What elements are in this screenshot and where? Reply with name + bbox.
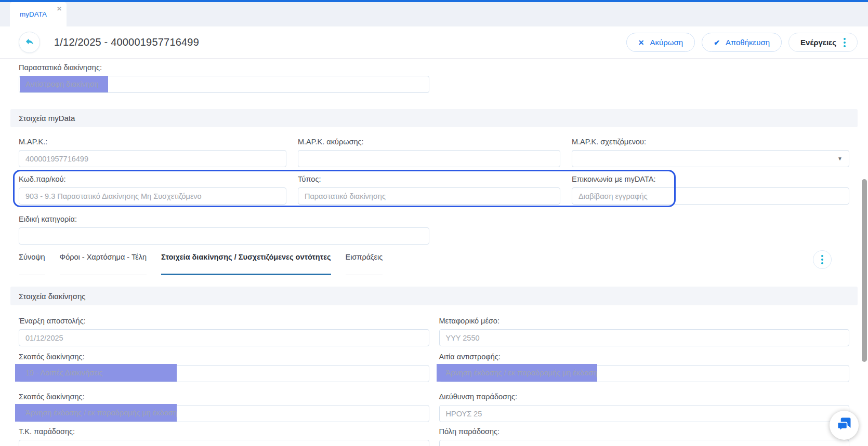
chat-icon (836, 416, 852, 434)
mark-related-dropdown[interactable]: ▼ (572, 150, 849, 167)
page-title: 1/12/2025 - 400001957716499 (54, 36, 199, 48)
transport-vehicle-input[interactable]: ΥΥΥ 2550 (439, 329, 850, 346)
cancel-x-icon: ✕ (638, 39, 645, 46)
transport-doc-row: Παραστατικό διακίνησης: Αντίστροφη διακί… (10, 63, 858, 93)
transport-doc-selected-value: Αντίστροφη διακίνηση (20, 76, 108, 92)
special-category-label: Ειδική κατηγορία: (19, 215, 849, 224)
movement-purpose-1-label: Σκοπός διακίνησης: (19, 353, 429, 361)
movement-row-4: Τ.Κ. παράδοσης: 11527 Πόλη παράδοσης: ΑΘ… (10, 427, 858, 446)
mark-related-field: Μ.ΑΡ.Κ. σχετιζόμενου: ▼ (572, 138, 849, 167)
tab-taxes-stamps-fees[interactable]: Φόροι - Χαρτόσημα - Τέλη (60, 250, 147, 275)
kebab-icon (844, 38, 846, 47)
tab-mydata-label: myDATA (20, 10, 47, 18)
special-category-row: Ειδική κατηγορία: (10, 215, 858, 245)
delivery-city-input[interactable]: ΑΘΗΝΑ (439, 440, 850, 446)
back-icon (24, 36, 35, 49)
movement-purpose-2-field: Σκοπός διακίνησης: Άρνηση έκδοσης / εκ π… (19, 393, 429, 422)
mark-field: Μ.ΑΡ.Κ.: 400001957716499 (19, 138, 286, 167)
delivery-postal-code-field: Τ.Κ. παράδοσης: 11527 (19, 427, 429, 446)
shipping-start-input[interactable]: 01/12/2025 (19, 329, 429, 346)
shipping-start-label: Έναρξη αποστολής: (19, 317, 429, 326)
reversal-reason-label: Αιτία αντιστροφής: (439, 353, 850, 361)
mark-label: Μ.ΑΡ.Κ.: (19, 138, 286, 146)
delivery-address-input[interactable]: ΗΡΟΥΣ 25 (439, 405, 850, 422)
delivery-address-field: Διεύθυνση παράδοσης: ΗΡΟΥΣ 25 (439, 393, 850, 422)
shipping-start-value: 01/12/2025 (25, 334, 63, 342)
mark-value: 400001957716499 (25, 155, 88, 163)
actions-button-label: Ενέργειες (800, 38, 836, 47)
close-icon[interactable]: ✕ (57, 6, 62, 12)
transport-vehicle-label: Μεταφορικό μέσο: (439, 317, 850, 326)
actions-button[interactable]: Ενέργειες (788, 33, 858, 52)
mark-cancellation-input[interactable] (298, 150, 560, 167)
movement-purpose-2-input[interactable]: Άρνηση έκδοσης / εκ παραδρομής μη έκδοση (19, 405, 429, 422)
mark-input[interactable]: 400001957716499 (19, 150, 286, 167)
mark-cancellation-field: Μ.ΑΡ.Κ. ακύρωσης: (298, 138, 560, 167)
mark-cancellation-label: Μ.ΑΡ.Κ. ακύρωσης: (298, 138, 560, 146)
page-header: 1/12/2025 - 400001957716499 ✕ Ακύρωση ✔ … (0, 26, 868, 59)
transport-doc-label: Παραστατικό διακίνησης: (19, 63, 849, 72)
movement-purpose-1-selected-value: 19 - Λοιπές Διακινήσεις (15, 364, 177, 382)
doc-type-field: Τύπος: Παραστατικό διακίνησης (298, 175, 560, 205)
cancel-button[interactable]: ✕ Ακύρωση (626, 33, 695, 52)
doc-type-label: Τύπος: (298, 175, 560, 184)
chevron-down-icon[interactable]: ▼ (837, 156, 843, 161)
delivery-address-label: Διεύθυνση παράδοσης: (439, 393, 850, 401)
doc-code-input[interactable]: 903 - 9.3 Παραστατικό Διακίνησης Μη Συσχ… (19, 187, 286, 205)
transport-vehicle-field: Μεταφορικό μέσο: ΥΥΥ 2550 (439, 317, 850, 346)
tab-mydata[interactable]: myDATA ✕ (10, 2, 67, 26)
movement-row-1: Έναρξη αποστολής: 01/12/2025 Μεταφορικό … (10, 317, 858, 346)
doc-code-field: Κωδ.παρ/κού: 903 - 9.3 Παραστατικό Διακί… (19, 175, 286, 205)
save-button-label: Αποθήκευση (726, 38, 770, 47)
movement-section-title: Στοιχεία διακίνησης (19, 292, 86, 301)
movement-row-3: Σκοπός διακίνησης: Άρνηση έκδοσης / εκ π… (10, 393, 858, 422)
reversal-reason-field: Αιτία αντιστροφής: Άρνηση έκδοσης / εκ π… (439, 353, 850, 382)
doc-code-value: 903 - 9.3 Παραστατικό Διακίνησης Μη Συσχ… (25, 192, 202, 200)
cancel-button-label: Ακύρωση (650, 38, 683, 47)
save-button[interactable]: ✔ Αποθήκευση (702, 33, 782, 52)
movement-row-2: Σκοπός διακίνησης: 19 - Λοιπές Διακινήσε… (10, 353, 858, 382)
doc-code-label: Κωδ.παρ/κού: (19, 175, 286, 184)
delivery-postal-code-input[interactable]: 11527 (19, 440, 429, 446)
tab-collections[interactable]: Εισπράξεις (346, 250, 383, 275)
tabs-more-button[interactable] (813, 250, 832, 269)
mark-related-label: Μ.ΑΡ.Κ. σχετιζόμενου: (572, 138, 849, 146)
mydata-section-title: Στοιχεία myData (19, 114, 75, 123)
delivery-postal-code-label: Τ.Κ. παράδοσης: (19, 427, 429, 436)
transport-vehicle-value: ΥΥΥ 2550 (446, 334, 480, 342)
header-actions: ✕ Ακύρωση ✔ Αποθήκευση Ενέργειες (626, 33, 858, 52)
tab-movement-related-entities[interactable]: Στοιχεία διακίνησης / Συσχετιζόμενες οντ… (161, 250, 331, 275)
delivery-postal-code-value: 11527 (25, 444, 46, 446)
mydata-communication-label: Επικοινωνία με myDATA: (572, 175, 849, 184)
delivery-address-value: ΗΡΟΥΣ 25 (446, 410, 482, 418)
special-category-input[interactable] (19, 227, 429, 245)
save-check-icon: ✔ (714, 39, 720, 46)
mydata-row-2: Κωδ.παρ/κού: 903 - 9.3 Παραστατικό Διακί… (10, 175, 858, 205)
inner-tabs: Σύνοψη Φόροι - Χαρτόσημα - Τέλη Στοιχεία… (10, 250, 858, 275)
mydata-row-1: Μ.ΑΡ.Κ.: 400001957716499 Μ.ΑΡ.Κ. ακύρωση… (10, 138, 858, 167)
chat-button[interactable] (830, 411, 859, 440)
kebab-icon (821, 255, 823, 264)
tab-synopsis[interactable]: Σύνοψη (19, 250, 45, 275)
movement-section-header: Στοιχεία διακίνησης (10, 287, 858, 305)
reversal-reason-selected-value: Άρνηση έκδοσης / εκ παραδρομής μη έκδοση (437, 364, 597, 382)
delivery-city-field: Πόλη παράδοσης: ΑΘΗΝΑ (439, 427, 850, 446)
shipping-start-field: Έναρξη αποστολής: 01/12/2025 (19, 317, 429, 346)
mydata-row-2-wrap: Κωδ.παρ/κού: 903 - 9.3 Παραστατικό Διακί… (10, 175, 858, 205)
browser-tabstrip: myDATA ✕ (0, 2, 868, 26)
movement-purpose-1-input[interactable]: 19 - Λοιπές Διακινήσεις (19, 365, 429, 382)
mydata-communication-input[interactable]: Διαβίβαση εγγραφής (572, 187, 849, 205)
form-content: Παραστατικό διακίνησης: Αντίστροφη διακί… (0, 63, 868, 446)
mydata-communication-field: Επικοινωνία με myDATA: Διαβίβαση εγγραφή… (572, 175, 849, 205)
back-button[interactable] (19, 32, 40, 53)
delivery-city-label: Πόλη παράδοσης: (439, 427, 850, 436)
mydata-communication-value: Διαβίβαση εγγραφής (578, 192, 648, 200)
doc-type-input[interactable]: Παραστατικό διακίνησης (298, 187, 560, 205)
delivery-city-value: ΑΘΗΝΑ (446, 444, 472, 446)
transport-doc-input[interactable]: Αντίστροφη διακίνηση (19, 76, 429, 93)
movement-purpose-1-field: Σκοπός διακίνησης: 19 - Λοιπές Διακινήσε… (19, 353, 429, 382)
vertical-scrollbar[interactable] (862, 179, 867, 362)
reversal-reason-input[interactable]: Άρνηση έκδοσης / εκ παραδρομής μη έκδοση (439, 365, 850, 382)
movement-purpose-2-label: Σκοπός διακίνησης: (19, 393, 429, 401)
movement-purpose-2-selected-value: Άρνηση έκδοσης / εκ παραδρομής μη έκδοση (15, 404, 177, 422)
